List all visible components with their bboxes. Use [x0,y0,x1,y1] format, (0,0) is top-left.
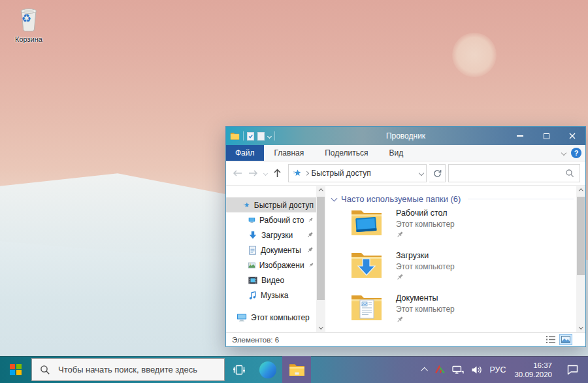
tab-view[interactable]: Вид [378,145,414,161]
address-dropdown-chevron-icon[interactable] [419,171,424,176]
download-arrow-icon [248,231,257,240]
sidebar-item-videos[interactable]: Видео [226,273,316,288]
file-explorer-button[interactable] [282,356,311,383]
navigation-pane: Быстрый доступ Рабочий сто [226,186,316,332]
recycle-bin[interactable]: ♻ Корзина [5,5,52,44]
status-bar: Элементов: 6 [226,332,585,346]
ribbon-expand-chevron-icon[interactable] [561,150,566,156]
video-icon [248,276,257,284]
qat-customize-chevron-icon[interactable] [267,133,272,138]
sidebar-scrollbar[interactable] [316,186,325,332]
scrollbar-thumb[interactable] [317,197,325,300]
scroll-up-arrow-icon[interactable] [576,186,585,196]
scroll-up-arrow-icon[interactable] [316,186,325,196]
recent-locations-chevron-icon[interactable] [263,171,268,175]
action-center-button[interactable] [559,356,585,383]
folder-name: Рабочий стол [396,208,455,218]
sidebar-item-music[interactable]: Музыка [226,288,316,303]
folder-tile-documents[interactable]: Документы Этот компьютер [350,293,455,322]
folder-location: Этот компьютер [396,220,455,229]
start-button[interactable] [0,356,31,383]
group-header-rule [468,199,574,199]
pin-icon [396,231,404,239]
tray-app-icon[interactable] [435,365,445,374]
sidebar-item-label: Видео [261,276,284,285]
sidebar-item-label: Быстрый доступ [254,201,314,210]
separator [274,131,275,141]
sidebar-item-label: Документы [261,246,301,255]
file-explorer-icon [289,363,305,376]
qat-properties-icon[interactable] [247,132,254,141]
taskbar: РУС 16:37 30.09.2020 [0,356,588,383]
desktop-icon [248,216,255,224]
folder-desktop-icon [350,208,383,237]
close-button[interactable] [559,127,585,145]
breadcrumb[interactable]: Быстрый доступ [312,169,371,178]
breadcrumb-chevron-icon[interactable] [304,171,308,175]
pin-icon [396,273,404,281]
scrollbar-thumb[interactable] [577,197,585,275]
content-scrollbar[interactable] [576,186,585,332]
quick-access-toolbar [226,131,275,141]
scroll-down-arrow-icon[interactable] [576,322,585,332]
clock[interactable]: 16:37 30.09.2020 [513,361,552,379]
tab-file[interactable]: Файл [226,145,264,161]
explorer-search-input[interactable] [454,168,565,178]
sidebar-item-pictures[interactable]: Изображени [226,258,316,273]
sidebar-item-documents[interactable]: Документы [226,242,316,258]
help-button[interactable]: ? [571,148,581,158]
sidebar-item-label: Музыка [261,291,288,300]
windows-logo-icon [10,364,22,376]
folder-tile-downloads[interactable]: Загрузки Этот компьютер [350,250,455,279]
folder-view[interactable]: Часто используемые папки (6) [325,186,576,332]
address-bar[interactable]: Быстрый доступ [288,164,427,182]
quick-access-star-icon [243,201,250,210]
folder-downloads-icon [350,250,383,279]
up-button[interactable] [273,169,282,178]
forward-button[interactable] [248,169,258,177]
sidebar-item-quick-access[interactable]: Быстрый доступ [226,197,316,212]
system-tray: РУС 16:37 30.09.2020 [423,356,588,383]
group-header-label: Часто используемые папки (6) [341,194,461,204]
taskbar-search-input[interactable] [57,364,216,375]
navigation-buttons [230,169,286,178]
task-view-button[interactable] [225,356,253,383]
computer-icon [237,313,247,322]
pictures-icon [248,261,255,269]
recycle-symbol: ♻ [22,12,31,25]
volume-icon[interactable] [471,365,482,375]
back-button[interactable] [233,169,242,177]
group-header[interactable]: Часто используемые папки (6) [332,194,574,204]
taskbar-search-box[interactable] [31,358,225,381]
tab-share[interactable]: Поделиться [314,145,378,161]
separator [243,131,244,141]
explorer-window: Проводник Файл Главная Поделиться Вид ? [225,126,586,347]
tab-home[interactable]: Главная [264,145,315,161]
tray-overflow-chevron-icon[interactable] [421,367,428,374]
details-view-button[interactable] [544,334,557,345]
sidebar-item-desktop[interactable]: Рабочий сто [226,212,316,227]
sidebar-item-label: Изображени [259,261,304,270]
document-icon [248,246,257,255]
sidebar-item-this-pc[interactable]: Этот компьютер [226,310,316,325]
titlebar[interactable]: Проводник [226,127,585,145]
group-collapse-chevron-icon[interactable] [331,195,338,201]
recycle-bin-icon[interactable]: ♻ [17,5,41,33]
folder-name: Документы [396,293,455,303]
network-icon[interactable] [452,365,464,375]
edge-button[interactable] [253,356,282,383]
scroll-down-arrow-icon[interactable] [316,322,325,332]
sidebar-item-label: Этот компьютер [251,313,310,322]
maximize-button[interactable] [533,127,559,145]
qat-new-folder-icon[interactable] [257,132,265,141]
clock-time: 16:37 [514,361,552,370]
minimize-button[interactable] [507,127,533,145]
sidebar-item-label: Загрузки [261,231,293,240]
large-icons-view-button[interactable] [559,334,572,345]
refresh-button[interactable] [429,164,446,182]
explorer-search-box[interactable] [448,164,580,182]
folder-tile-desktop[interactable]: Рабочий стол Этот компьютер [350,208,455,237]
language-indicator[interactable]: РУС [489,365,506,375]
sidebar-item-downloads[interactable]: Загрузки [226,227,316,242]
quick-access-star-icon [293,169,302,178]
